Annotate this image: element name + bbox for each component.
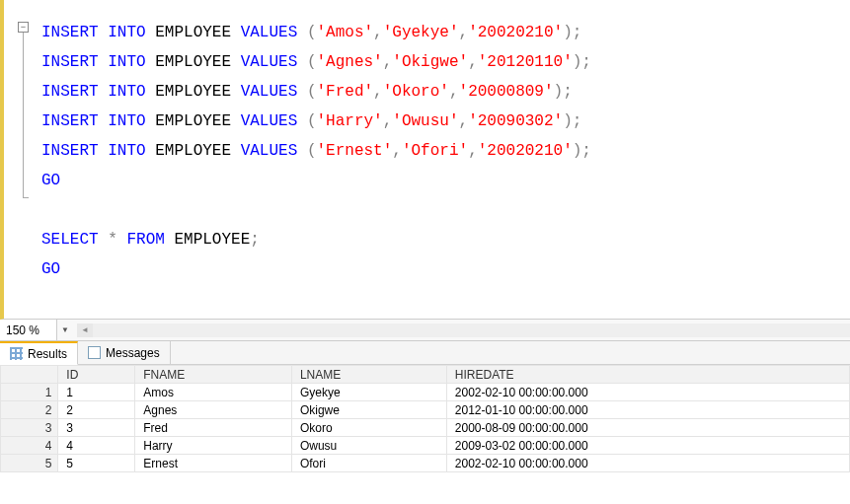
row-number[interactable]: 2 [1, 401, 58, 419]
chevron-down-icon[interactable]: ▼ [57, 325, 73, 334]
kw-values: VALUES [241, 24, 298, 41]
header-row: ID FNAME LNAME HIREDATE [1, 366, 850, 384]
tab-label: Messages [106, 346, 160, 360]
row-number[interactable]: 4 [1, 437, 58, 455]
table-row[interactable]: 2 2 Agnes Okigwe 2012-01-10 00:00:00.000 [1, 401, 850, 419]
corner-cell [1, 366, 58, 384]
zoom-bar: 150 % ▼ ◄ [0, 320, 850, 341]
scroll-track[interactable] [93, 324, 850, 337]
table-row[interactable]: 4 4 Harry Owusu 2009-03-02 00:00:00.000 [1, 437, 850, 455]
scroll-left-icon[interactable]: ◄ [77, 324, 93, 337]
fold-end [23, 197, 29, 198]
editor-gutter: − [4, 0, 38, 319]
sql-code[interactable]: INSERT INTO EMPLOYEE VALUES ('Amos','Gye… [38, 0, 591, 319]
kw-into: INTO [108, 24, 145, 41]
grid-icon [10, 347, 23, 360]
kw-go: GO [41, 172, 60, 189]
tab-results[interactable]: Results [0, 341, 78, 365]
col-fname[interactable]: FNAME [135, 366, 292, 384]
kw-insert: INSERT [41, 24, 99, 41]
col-hiredate[interactable]: HIREDATE [446, 366, 849, 384]
tab-label: Results [28, 347, 67, 361]
messages-icon [88, 346, 101, 359]
table-row[interactable]: 3 3 Fred Okoro 2000-08-09 00:00:00.000 [1, 419, 850, 437]
kw-select: SELECT [41, 231, 99, 249]
fold-toggle-icon[interactable]: − [18, 22, 29, 33]
horizontal-scrollbar[interactable]: ◄ [73, 320, 850, 340]
row-number[interactable]: 5 [1, 455, 58, 472]
result-tabs: Results Messages [0, 341, 850, 365]
sql-editor[interactable]: − INSERT INTO EMPLOYEE VALUES ('Amos','G… [0, 0, 850, 320]
fold-line [23, 33, 24, 197]
results-grid[interactable]: ID FNAME LNAME HIREDATE 1 1 Amos Gyekye … [0, 365, 850, 472]
table-row[interactable]: 5 5 Ernest Ofori 2002-02-10 00:00:00.000 [1, 455, 850, 472]
obj-employee: EMPLOYEE [155, 24, 231, 41]
zoom-level[interactable]: 150 % [0, 320, 57, 340]
row-number[interactable]: 1 [1, 384, 58, 401]
row-number[interactable]: 3 [1, 419, 58, 437]
kw-from: FROM [126, 231, 164, 249]
col-id[interactable]: ID [58, 366, 135, 384]
col-lname[interactable]: LNAME [291, 366, 446, 384]
tab-messages[interactable]: Messages [78, 341, 171, 364]
table-row[interactable]: 1 1 Amos Gyekye 2002-02-10 00:00:00.000 [1, 384, 850, 401]
